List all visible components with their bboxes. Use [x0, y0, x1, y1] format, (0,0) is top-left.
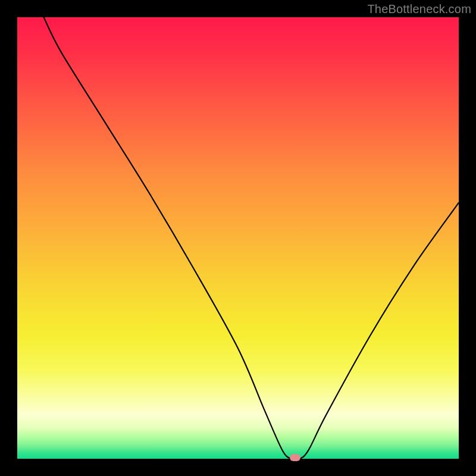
minimum-marker [290, 454, 300, 461]
bottleneck-curve-path [44, 17, 459, 459]
curve-svg [17, 17, 459, 459]
chart-container: TheBottleneck.com [0, 0, 476, 476]
watermark-text: TheBottleneck.com [367, 2, 471, 16]
plot-area [17, 17, 459, 459]
